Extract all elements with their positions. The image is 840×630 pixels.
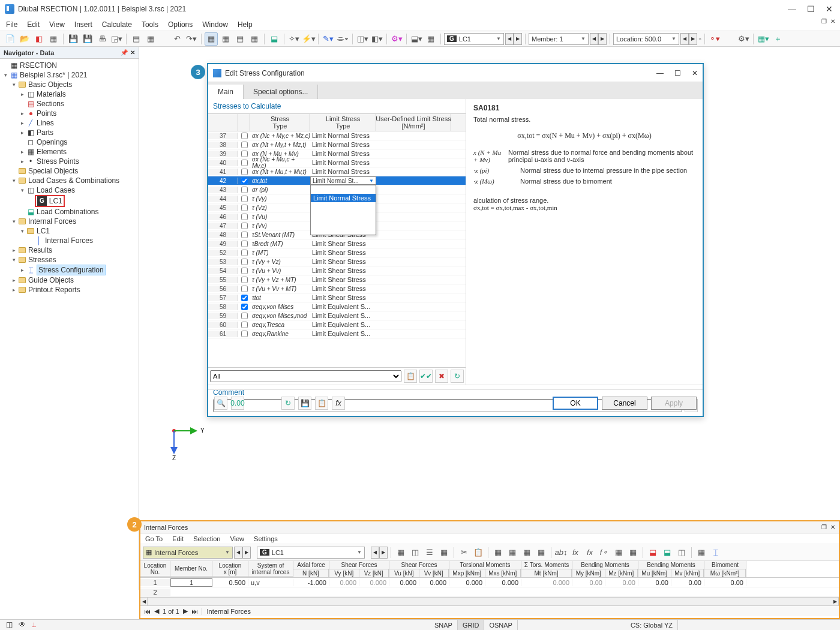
copy-icon[interactable]: 📋 bbox=[404, 370, 417, 383]
menu-insert[interactable]: Insert bbox=[74, 20, 92, 29]
function-icon[interactable]: fx bbox=[332, 397, 345, 410]
loadcase-combo[interactable]: GLC1▼ bbox=[444, 33, 504, 45]
next-icon[interactable]: ▶ bbox=[598, 33, 607, 45]
stress-row[interactable]: 52τ (MT)Limit Shear Stress bbox=[208, 248, 466, 257]
stress-checkbox[interactable] bbox=[241, 295, 248, 301]
tree-intforces[interactable]: Internal Forces bbox=[28, 217, 76, 226]
toolbar-icon[interactable]: ▦ bbox=[205, 32, 218, 46]
stress-checkbox[interactable] bbox=[241, 232, 248, 238]
save-icon[interactable]: 💾 bbox=[67, 32, 80, 46]
stress-row[interactable]: 54τ (Vu + Vv)Limit Shear Stress bbox=[208, 266, 466, 275]
stress-row[interactable]: 61σeqv,RankineLimit Equivalent S... bbox=[208, 329, 466, 338]
toolbar-icon[interactable]: ✎▾ bbox=[322, 32, 335, 46]
check-all-icon[interactable]: ✔✔ bbox=[419, 370, 433, 383]
toolbar-icon[interactable]: ▦ bbox=[437, 546, 451, 559]
stress-checkbox[interactable] bbox=[241, 205, 248, 211]
stress-checkbox[interactable] bbox=[241, 322, 248, 328]
table-combo[interactable]: ▦Internal Forces▼ bbox=[143, 547, 233, 559]
member-combo[interactable]: Member: 1▼ bbox=[529, 33, 589, 45]
tree-stressconf[interactable]: Stress Configuration bbox=[37, 265, 106, 275]
tree-materials[interactable]: Materials bbox=[37, 89, 66, 99]
toolbar-icon[interactable]: ▦ bbox=[491, 546, 505, 559]
tree-points[interactable]: Points bbox=[37, 109, 56, 118]
tree-guide[interactable]: Guide Objects bbox=[28, 275, 74, 285]
stress-checkbox[interactable] bbox=[241, 151, 248, 157]
panel-toggle-icon[interactable]: ◫ bbox=[6, 620, 13, 629]
toolbar-icon[interactable]: ⚬▾ bbox=[708, 32, 721, 46]
toolbar-icon[interactable]: ⬓ bbox=[661, 546, 674, 559]
toolbar-icon[interactable]: ab↕ bbox=[554, 546, 568, 559]
stress-row[interactable]: 57τtotLimit Shear Stress bbox=[208, 293, 466, 302]
maximize-icon[interactable]: ☐ bbox=[807, 4, 815, 14]
bp-menu-selection[interactable]: Selection bbox=[193, 535, 220, 542]
toolbar-icon[interactable]: ＋ bbox=[771, 32, 784, 46]
tree-loadcases[interactable]: Load Cases bbox=[37, 185, 75, 195]
tree-root[interactable]: RSECTION bbox=[20, 61, 57, 70]
tree-if-lc1[interactable]: LC1 bbox=[37, 226, 50, 236]
tree-stresses[interactable]: Stresses bbox=[28, 255, 56, 265]
toolbar-icon[interactable]: ▤ bbox=[233, 32, 247, 46]
toolbar-icon[interactable]: ◫▾ bbox=[356, 32, 369, 46]
stress-checkbox[interactable] bbox=[241, 160, 248, 166]
toolbar-icon[interactable]: ▦ bbox=[506, 546, 519, 559]
stress-row[interactable]: 39σx (N + Mu + Mv)Limit Normal Stress bbox=[208, 149, 466, 158]
toolbar-icon[interactable]: ⚡▾ bbox=[302, 32, 315, 46]
menu-window[interactable]: Window bbox=[202, 20, 228, 29]
filter-combo[interactable]: All bbox=[210, 370, 401, 382]
bp-menu-settings[interactable]: Settings bbox=[254, 535, 278, 542]
stress-checkbox[interactable] bbox=[241, 196, 248, 202]
tab-main[interactable]: Main bbox=[208, 85, 244, 99]
stress-row[interactable]: 56τ (Vu + Vv + MT)Limit Shear Stress bbox=[208, 284, 466, 293]
stress-row[interactable]: 55τ (Vy + Vz + MT)Limit Shear Stress bbox=[208, 275, 466, 284]
next-icon[interactable]: ▶ bbox=[514, 33, 522, 45]
prev-icon[interactable]: ◀ bbox=[234, 547, 242, 559]
maximize-icon[interactable]: ☐ bbox=[674, 69, 681, 77]
menu-edit[interactable]: Edit bbox=[27, 20, 40, 29]
stress-row[interactable]: 38σx (Nt + My,t + Mz,t)Limit Normal Stre… bbox=[208, 140, 466, 149]
next-icon[interactable]: ▶ bbox=[689, 33, 697, 45]
minimize-icon[interactable]: — bbox=[656, 69, 664, 77]
next-icon[interactable]: ▶ bbox=[242, 547, 251, 559]
tree-stresspoints[interactable]: Stress Points bbox=[37, 157, 79, 166]
stress-row[interactable]: 37σx (Nc + My,c + Mz,c)Limit Normal Stre… bbox=[208, 131, 466, 140]
toolbar-icon[interactable]: ▦ bbox=[248, 32, 261, 46]
ok-button[interactable]: OK bbox=[553, 397, 598, 410]
tree-lcac[interactable]: Load Cases & Combinations bbox=[28, 176, 119, 185]
stress-checkbox[interactable] bbox=[241, 268, 248, 274]
mdi-restore-icon[interactable]: ❐ bbox=[821, 18, 827, 25]
toolbar-icon[interactable]: ◲▾ bbox=[110, 32, 123, 46]
mdi-close-icon[interactable]: ✕ bbox=[830, 18, 835, 25]
toolbar-icon[interactable]: ✧▾ bbox=[287, 32, 301, 46]
toolbar-icon[interactable]: f⚬ bbox=[598, 546, 611, 559]
tab-special[interactable]: Special options... bbox=[244, 85, 318, 99]
menu-help[interactable]: Help bbox=[238, 20, 253, 29]
prev-page-icon[interactable]: ◀ bbox=[154, 607, 159, 615]
toolbar-icon[interactable]: ▦ bbox=[424, 32, 437, 46]
stress-checkbox[interactable] bbox=[241, 313, 248, 319]
toolbar-icon[interactable]: ▦ bbox=[394, 546, 407, 559]
stress-checkbox[interactable] bbox=[241, 187, 248, 193]
minimize-icon[interactable]: — bbox=[788, 4, 796, 14]
toolbar-icon[interactable]: ⚙▾ bbox=[737, 32, 750, 46]
close-icon[interactable]: ✕ bbox=[692, 69, 698, 77]
next-page-icon[interactable]: ▶ bbox=[183, 607, 188, 615]
close-icon[interactable]: ✕ bbox=[830, 524, 835, 530]
stress-checkbox[interactable] bbox=[241, 277, 248, 283]
first-page-icon[interactable]: ⏮ bbox=[144, 608, 151, 615]
restore-icon[interactable]: ❐ bbox=[821, 524, 827, 530]
saveas-icon[interactable]: 💾 bbox=[81, 32, 94, 46]
toolbar-icon[interactable]: ⬓▾ bbox=[410, 32, 423, 46]
table-row[interactable]: 1 1 0.500 u,v -1.000 0.000 0.000 0.000 0… bbox=[140, 578, 839, 587]
close-icon[interactable]: ✕ bbox=[130, 49, 135, 56]
stress-row[interactable]: 42σx,tot Limit Normal St...▼ NoneLimit N… bbox=[208, 176, 466, 185]
stress-checkbox[interactable] bbox=[241, 259, 248, 265]
status-osnap[interactable]: OSNAP bbox=[484, 620, 518, 630]
status-grid[interactable]: GRID bbox=[458, 620, 485, 630]
tree-openings[interactable]: Openings bbox=[37, 137, 67, 147]
toolbar-icon[interactable]: ⬓ bbox=[268, 32, 281, 46]
apply-icon[interactable]: ↻ bbox=[281, 397, 295, 410]
tree-lc1[interactable]: GLC1 bbox=[35, 195, 65, 207]
stress-checkbox[interactable] bbox=[241, 133, 248, 139]
toolbar-icon[interactable]: fx bbox=[583, 546, 596, 559]
close-icon[interactable]: ✕ bbox=[826, 4, 833, 14]
